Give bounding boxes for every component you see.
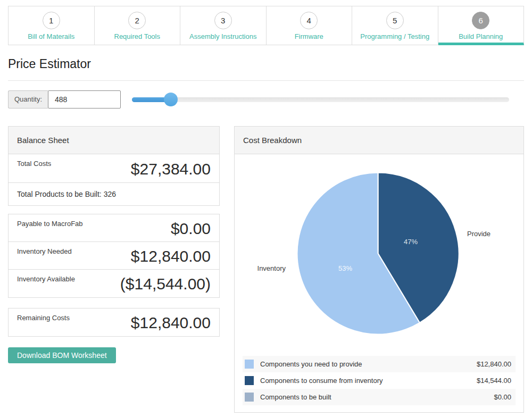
wizard-stepper: 1 Bill of Materails 2 Required Tools 3 A… — [8, 6, 524, 45]
legend-swatch-consume — [245, 376, 254, 385]
step-build-planning[interactable]: 6 Build Planning — [438, 6, 525, 45]
balance-sheet-title: Balance Sheet — [9, 127, 219, 154]
payable-row: Payable to MacroFab $0.00 — [9, 214, 219, 242]
step-label: Required Tools — [95, 32, 180, 40]
quantity-input[interactable] — [48, 90, 121, 109]
pie-chart: 47% 53% Provide Inventory — [235, 154, 523, 356]
slider-track[interactable] — [132, 97, 509, 102]
step-required-tools[interactable]: 2 Required Tools — [95, 6, 181, 45]
remaining-costs-table: Remaining Costs $12,840.00 — [8, 308, 220, 337]
step-label: Build Planning — [438, 32, 524, 40]
step-label: Firmware — [267, 32, 352, 40]
total-costs-label: Total Costs — [17, 160, 51, 168]
download-bom-button[interactable]: Download BOM Worksheet — [8, 347, 116, 363]
legend-value-provide: $12,840.00 — [477, 360, 511, 368]
pie-pct-provide: 47% — [404, 238, 418, 246]
pie-pct-inventory: 53% — [338, 264, 352, 272]
balance-sheet-panel: Balance Sheet Total Costs $27,384.00 Tot… — [8, 126, 220, 206]
cost-breakdown-legend: Components you need to provide $12,840.0… — [243, 356, 516, 405]
step-label: Assembly Instructions — [180, 32, 266, 40]
quantity-group: Quantity: — [8, 90, 121, 109]
remaining-costs-label: Remaining Costs — [17, 314, 70, 322]
slider-thumb[interactable] — [164, 93, 178, 106]
step-number: 4 — [300, 12, 318, 29]
step-number: 2 — [128, 12, 146, 29]
pie-label-provide: Provide — [467, 230, 491, 238]
total-costs-row: Total Costs $27,384.00 — [9, 154, 219, 183]
inventory-needed-label: Inventory Needed — [17, 247, 72, 255]
step-programming-testing[interactable]: 5 Programming / Testing — [352, 6, 438, 45]
inventory-available-label: Inventory Available — [17, 275, 75, 283]
cost-breakdown-panel: Cost Breakdown 47% 53% Provide Inventory… — [234, 126, 524, 413]
step-number: 6 — [472, 12, 489, 29]
legend-label-consume: Components to consume from inventory — [260, 377, 477, 385]
products-built-row: Total Products to be Built: 326 — [9, 183, 219, 205]
legend-row-provide: Components you need to provide $12,840.0… — [243, 356, 516, 372]
step-number: 1 — [43, 12, 60, 29]
cost-breakdown-title: Cost Breakdown — [235, 127, 523, 154]
step-label: Programming / Testing — [352, 32, 438, 40]
legend-swatch-built — [245, 393, 254, 402]
step-firmware[interactable]: 4 Firmware — [267, 6, 353, 45]
remaining-costs-row: Remaining Costs $12,840.00 — [9, 308, 219, 336]
quantity-slider[interactable] — [132, 90, 509, 109]
content: Balance Sheet Total Costs $27,384.00 Tot… — [8, 126, 524, 413]
step-label: Bill of Materails — [9, 32, 94, 40]
inventory-available-row: Inventory Available ($14,544.00) — [9, 270, 219, 297]
quantity-label: Quantity: — [8, 90, 48, 109]
step-number: 5 — [386, 12, 404, 29]
payable-label: Payable to MacroFab — [17, 220, 83, 228]
legend-value-built: $0.00 — [494, 393, 511, 401]
price-estimator-page: 1 Bill of Materails 2 Required Tools 3 A… — [0, 0, 532, 413]
legend-label-built: Components to be built — [260, 393, 494, 401]
quantity-row: Quantity: — [8, 90, 524, 109]
pie-chart-svg: 47% 53% Provide Inventory — [235, 154, 523, 356]
page-title: Price Estimator — [8, 57, 524, 71]
legend-swatch-provide — [245, 360, 254, 369]
legend-value-consume: $14,544.00 — [477, 377, 511, 385]
payables-table: Payable to MacroFab $0.00 Inventory Need… — [8, 214, 220, 298]
divider — [8, 80, 524, 81]
legend-row-built: Components to be built $0.00 — [243, 389, 516, 405]
step-bill-of-materials[interactable]: 1 Bill of Materails — [8, 6, 95, 45]
inventory-needed-row: Inventory Needed $12,840.00 — [9, 242, 219, 270]
legend-label-provide: Components you need to provide — [260, 360, 477, 368]
pie-label-inventory: Inventory — [257, 264, 286, 272]
step-number: 3 — [214, 12, 232, 29]
balance-sheet-column: Balance Sheet Total Costs $27,384.00 Tot… — [8, 126, 220, 413]
legend-row-consume: Components to consume from inventory $14… — [243, 372, 516, 389]
step-assembly-instructions[interactable]: 3 Assembly Instructions — [180, 6, 267, 45]
